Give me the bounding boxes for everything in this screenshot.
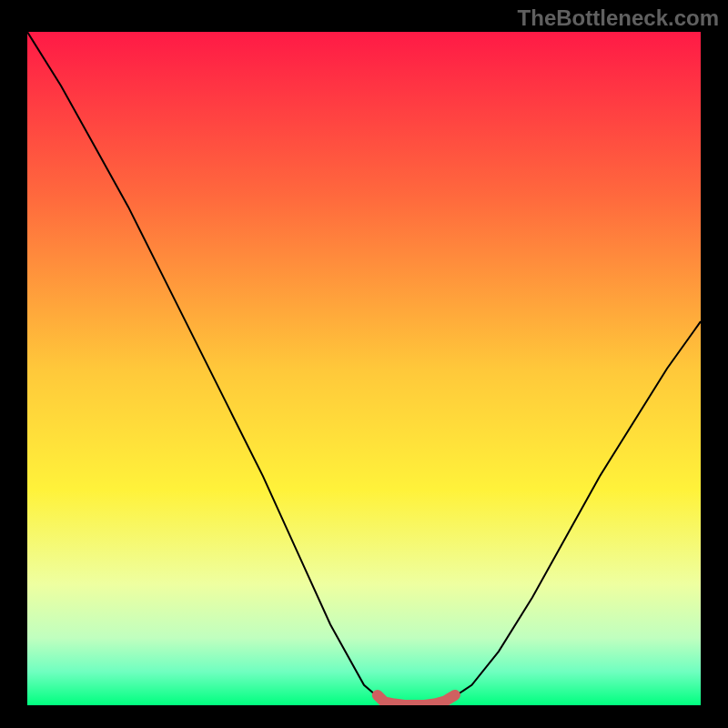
bottleneck-chart	[27, 32, 701, 705]
watermark-text: TheBottleneck.com	[518, 5, 719, 31]
gradient-area	[27, 32, 701, 705]
